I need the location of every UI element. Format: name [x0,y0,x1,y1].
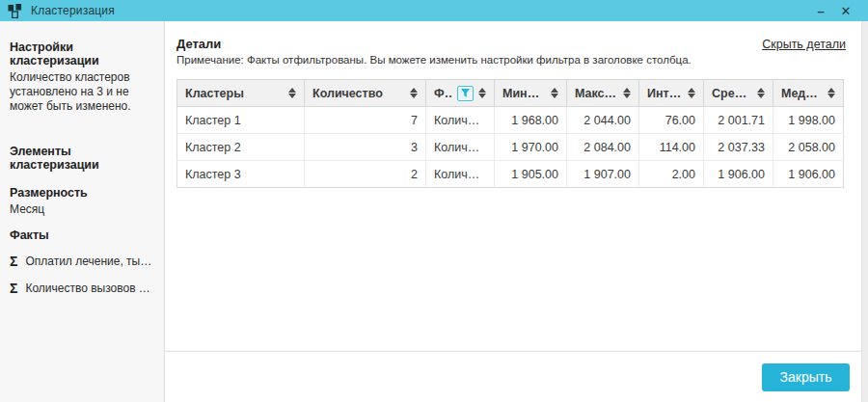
cell-mean: 1 906.00 [704,161,773,188]
cell-cluster: Кластер 3 [177,161,305,188]
column-label: Средне… [712,87,752,100]
cell-min: 1 970.00 [495,134,567,161]
column-header-min[interactable]: Миним… [495,80,567,107]
clusters-table-wrap: Кластеры Количество [165,66,861,188]
minimize-button[interactable]: – [808,1,833,20]
filter-note: Примечание: Факты отфильтрованы. Вы може… [165,51,861,66]
sort-icon [478,88,486,98]
table-row-cluster-3[interactable]: Кластер 3 2 Количест… 1 905.00 1 907.00 … [177,161,844,188]
cell-interval: 2.00 [639,161,704,188]
footer: Закрыть [165,351,861,402]
sigma-icon: Σ [10,254,17,269]
column-header-median[interactable]: Медиан… [773,80,844,107]
sidebar-elements-heading: Элементы кластеризации [10,145,154,172]
clustering-app-icon [8,4,22,18]
cell-mean: 2 001.71 [704,107,773,134]
sort-icon [410,88,418,98]
column-label: Кластеры [185,87,284,100]
sort-icon [757,88,765,98]
cell-cluster: Кластер 2 [177,134,305,161]
column-label: Факты [434,87,452,100]
spacer [165,188,861,351]
sort-icon [288,88,296,98]
clustering-window: Кластеризация – ✕ Настройки кластеризаци… [0,0,868,402]
sidebar-fact-item: Σ Оплатил лечение, тыс… [10,254,154,269]
window-body: Настройки кластеризации Количество класт… [0,21,868,402]
sort-icon [827,88,835,98]
sidebar-settings-heading: Настройки кластеризации [10,40,154,67]
cell-cluster: Кластер 1 [177,107,305,134]
details-title: Детали [176,37,221,51]
clusters-table: Кластеры Количество [176,79,844,188]
cell-min: 1 968.00 [495,107,567,134]
column-header-mean[interactable]: Средне… [704,80,773,107]
table-header-row: Кластеры Количество [177,80,844,107]
filter-icon[interactable] [457,86,474,101]
column-header-clusters[interactable]: Кластеры [177,80,305,107]
cell-max: 1 907.00 [567,161,639,188]
cell-fact: Количест… [426,161,495,188]
column-label: Интерв… [647,87,683,100]
column-header-interval[interactable]: Интерв… [639,80,704,107]
cell-median: 2 058.00 [773,134,844,161]
sort-icon [551,88,558,98]
sidebar-dimension-value: Месяц [10,202,154,217]
details-panel: Детали Скрыть детали Примечание: Факты о… [165,21,861,402]
close-button[interactable]: Закрыть [762,363,850,391]
sidebar-settings-text: Количество кластеров установлено на 3 и … [10,70,154,114]
spacer [10,114,154,145]
column-label: Максим… [575,87,618,100]
cell-count: 2 [305,161,426,188]
window-titlebar: Кластеризация – ✕ [0,0,868,21]
sidebar-facts-heading: Факты [10,228,154,242]
cell-median: 1 998.00 [773,107,844,134]
cell-mean: 2 037.33 [704,134,773,161]
column-label: Количество [312,87,405,100]
sort-icon [688,88,695,98]
cell-interval: 114.00 [639,134,704,161]
sigma-icon: Σ [10,281,17,296]
cell-max: 2 084.00 [567,134,639,161]
vertical-scrollbar[interactable] [861,21,868,402]
cell-interval: 76.00 [639,107,704,134]
column-label: Миним… [502,87,546,100]
sidebar-dimension-heading: Размерность [10,186,154,200]
column-label: Медиан… [781,87,823,100]
sort-icon [623,88,631,98]
column-header-facts[interactable]: Факты [426,80,495,107]
spacer [10,174,154,186]
hide-details-link[interactable]: Скрыть детали [762,38,846,51]
table-row-cluster-2[interactable]: Кластер 2 3 Количест… 1 970.00 2 084.00 … [177,134,844,161]
close-icon[interactable]: ✕ [833,1,858,20]
fact-label: Оплатил лечение, тыс… [25,255,154,268]
table-row-cluster-1[interactable]: Кластер 1 7 Количест… 1 968.00 2 044.00 … [177,107,844,134]
cell-min: 1 905.00 [495,161,567,188]
cell-fact: Количест… [426,107,495,134]
sidebar: Настройки кластеризации Количество класт… [0,21,165,402]
window-title: Кластеризация [31,4,115,17]
sidebar-fact-item: Σ Количество вызовов в… [10,281,154,296]
cell-fact: Количест… [426,134,495,161]
spacer [10,217,154,228]
cell-max: 2 044.00 [567,107,639,134]
details-header: Детали Скрыть детали [165,21,861,51]
column-header-count[interactable]: Количество [305,80,426,107]
cell-count: 7 [305,107,426,134]
column-header-max[interactable]: Максим… [567,80,639,107]
fact-label: Количество вызовов в… [25,281,154,295]
cell-count: 3 [305,134,426,161]
cell-median: 1 906.00 [773,161,844,188]
